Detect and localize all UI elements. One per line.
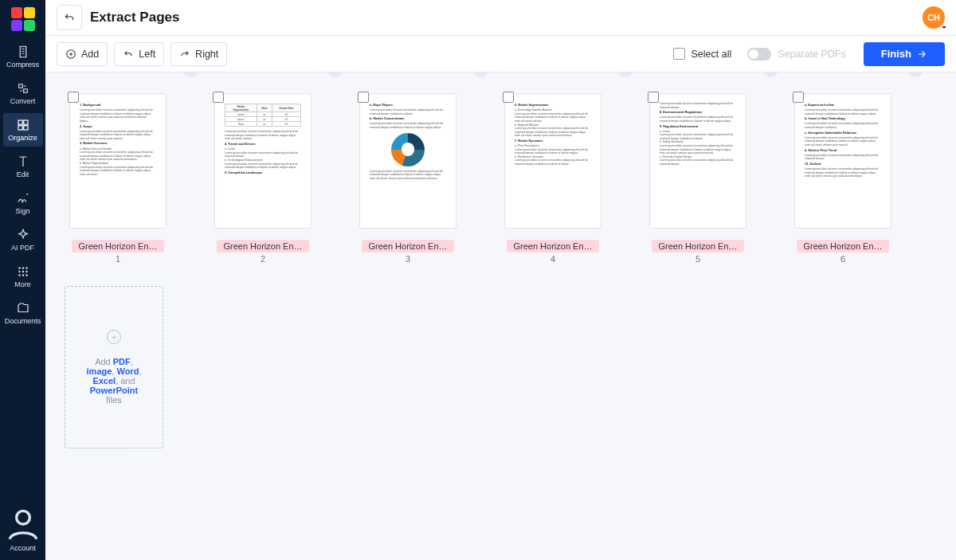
svg-point-10 [25, 267, 27, 268]
avatar[interactable]: CH [923, 6, 945, 29]
sidebar-item-label: Account [10, 544, 36, 552]
svg-rect-3 [24, 20, 35, 31]
svg-rect-6 [18, 126, 22, 130]
sidebar-item-documents[interactable]: Documents [3, 296, 43, 330]
toolbar: Add Left Right Select all Separate PDFs … [45, 36, 956, 72]
add-files-text: Add PDF, image, Word, Excel, and PowerPo… [87, 357, 142, 405]
insert-page-button[interactable]: + [617, 72, 633, 77]
page-preview: a. Major Players Lorem ipsum dolor sit a… [359, 93, 456, 229]
page-preview: Lorem ipsum dolor sit amet consectetur a… [649, 93, 746, 229]
page-select-checkbox[interactable] [358, 92, 369, 103]
sidebar-item-organize[interactable]: Organize [3, 113, 43, 147]
sidebar-item-convert[interactable]: Convert [3, 76, 43, 110]
undo-icon [63, 11, 76, 24]
insert-page-button[interactable]: + [327, 72, 343, 77]
svg-point-8 [18, 267, 20, 268]
back-button[interactable] [57, 5, 82, 30]
sidebar-item-label: Documents [5, 317, 41, 325]
sidebar-item-compress[interactable]: Compress [3, 40, 43, 73]
plus-circle-icon: + [107, 330, 121, 344]
page-title: Extract Pages [90, 10, 179, 25]
insert-page-button[interactable]: + [907, 72, 923, 77]
sidebar-item-label: Convert [10, 97, 36, 105]
svg-point-9 [22, 267, 23, 268]
page-select-checkbox[interactable] [793, 92, 804, 103]
rotate-left-button[interactable]: Left [114, 42, 164, 66]
sidebar-item-sign[interactable]: Sign [3, 186, 43, 220]
page-preview: MarketSegmentationValueGrowth Rate Lorem… [214, 93, 311, 229]
insert-page-button[interactable]: + [472, 72, 488, 77]
sidebar-item-label: Organize [8, 134, 37, 142]
add-files-tile[interactable]: + Add PDF, image, Word, Excel, and Power… [65, 286, 163, 448]
sidebar-item-label: More [14, 280, 31, 288]
svg-rect-1 [24, 7, 35, 18]
svg-rect-5 [23, 120, 27, 124]
svg-point-16 [25, 274, 27, 276]
svg-rect-2 [11, 20, 22, 31]
page-filename: Green Horizon En… [652, 240, 743, 253]
sidebar-item-label: Edit [17, 170, 29, 178]
select-all-checkbox[interactable]: Select all [673, 48, 732, 60]
sidebar-item-edit[interactable]: Edit [3, 150, 43, 183]
svg-rect-0 [11, 7, 22, 18]
app-logo[interactable] [6, 6, 41, 32]
page-thumbnail[interactable]: a. Expand and refine Lorem ipsum dolor s… [789, 93, 896, 264]
sidebar-item-label: Compress [6, 61, 39, 69]
page-preview: 6. Market Segmentation a. Technology Spe… [504, 93, 601, 229]
page-number: 6 [840, 254, 845, 264]
add-button[interactable]: Add [57, 42, 108, 66]
svg-point-17 [16, 511, 29, 524]
sidebar-item-more[interactable]: More [3, 260, 43, 293]
svg-point-13 [25, 271, 27, 272]
rotate-left-icon [123, 49, 134, 60]
page-thumbnail[interactable]: 1. Background Lorem ipsum dolor sit amet… [65, 93, 171, 264]
page-filename: Green Horizon En… [217, 240, 308, 253]
page-thumbnail[interactable]: MarketSegmentationValueGrowth Rate Lorem… [210, 93, 316, 264]
arrow-right-icon [916, 49, 927, 60]
page-select-checkbox[interactable] [68, 92, 79, 103]
page-preview: a. Expand and refine Lorem ipsum dolor s… [794, 93, 891, 229]
separate-pdfs-toggle: Separate PDFs [747, 48, 845, 61]
insert-page-button[interactable]: + [182, 72, 198, 77]
page-thumbnail[interactable]: Lorem ipsum dolor sit amet consectetur a… [645, 93, 751, 264]
svg-point-11 [18, 271, 20, 272]
plus-circle-icon [65, 49, 76, 60]
page-number: 1 [116, 254, 120, 264]
toggle-icon [747, 48, 771, 61]
pie-chart [391, 133, 425, 166]
page-number: 2 [261, 254, 265, 264]
finish-button[interactable]: Finish [864, 42, 945, 66]
sidebar: Compress Convert Organize Edit Sign AI P… [0, 0, 45, 560]
page-filename: Green Horizon En… [72, 240, 163, 253]
svg-point-15 [22, 274, 23, 276]
page-select-checkbox[interactable] [503, 92, 514, 103]
sidebar-item-account[interactable]: Account [3, 499, 43, 560]
sidebar-item-label: Sign [15, 207, 29, 215]
insert-page-button[interactable]: + [762, 72, 778, 77]
page-number: 3 [406, 254, 410, 264]
svg-point-14 [18, 274, 20, 276]
svg-rect-4 [18, 120, 22, 124]
page-filename: Green Horizon En… [797, 240, 888, 253]
page-grid: 1. Background Lorem ipsum dolor sit amet… [65, 93, 937, 448]
page-thumbnail[interactable]: 6. Market Segmentation a. Technology Spe… [500, 93, 606, 264]
page-number: 4 [550, 254, 555, 264]
canvas: 1. Background Lorem ipsum dolor sit amet… [45, 72, 956, 560]
page-select-checkbox[interactable] [648, 92, 659, 103]
page-thumbnail[interactable]: a. Major Players Lorem ipsum dolor sit a… [355, 93, 461, 264]
header: Extract Pages CH [45, 0, 956, 36]
svg-point-12 [22, 271, 23, 272]
page-select-checkbox[interactable] [213, 92, 224, 103]
rotate-right-button[interactable]: Right [170, 42, 227, 66]
svg-rect-7 [23, 126, 27, 130]
checkbox-icon [673, 48, 685, 60]
sidebar-item-label: AI PDF [11, 244, 34, 252]
page-filename: Green Horizon En… [362, 240, 453, 253]
page-preview: 1. Background Lorem ipsum dolor sit amet… [69, 93, 167, 229]
rotate-right-icon [179, 49, 190, 60]
main: Extract Pages CH Add Left Right Select a… [45, 0, 956, 560]
sidebar-item-ai-pdf[interactable]: AI PDF [3, 223, 43, 257]
page-number: 5 [695, 254, 700, 264]
page-filename: Green Horizon En… [507, 240, 598, 253]
